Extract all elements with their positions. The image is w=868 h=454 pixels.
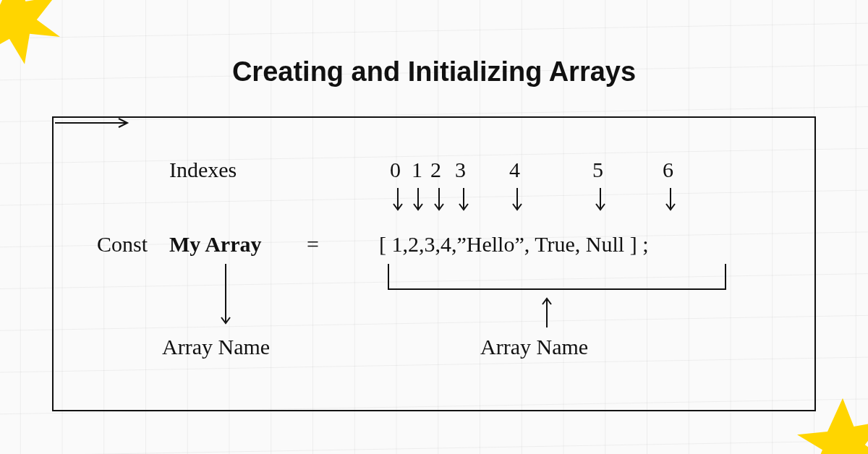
arrow-down-icon <box>412 187 424 214</box>
arrow-down-icon <box>458 187 469 214</box>
svg-marker-0 <box>0 0 60 64</box>
diagram-panel: Indexes 0 1 2 3 4 5 6 Const My Array = [… <box>52 116 816 411</box>
array-literal: [ 1,2,3,4,”Hello”, True, Null ] ; <box>379 232 648 257</box>
arrow-down-icon <box>511 187 523 214</box>
index-value: 6 <box>663 158 673 182</box>
indexes-label: Indexes <box>169 158 237 182</box>
index-value: 4 <box>509 158 520 182</box>
array-name-text: My Array <box>169 232 261 257</box>
arrow-down-icon <box>595 187 606 214</box>
index-value: 2 <box>430 158 441 182</box>
arrow-down-icon <box>220 262 231 327</box>
arrow-down-icon <box>665 187 676 214</box>
index-value: 3 <box>455 158 466 182</box>
const-keyword: Const <box>97 232 148 257</box>
content-bracket <box>388 264 726 290</box>
array-content-label: Array Name <box>480 335 588 359</box>
page-title: Creating and Initializing Arrays <box>0 56 868 87</box>
index-value: 5 <box>592 158 603 182</box>
equals-sign: = <box>307 232 319 257</box>
arrow-down-icon <box>392 187 404 214</box>
index-value: 1 <box>412 158 422 182</box>
arrow-up-icon <box>541 296 553 329</box>
index-value: 0 <box>390 158 401 182</box>
array-name-label: Array Name <box>162 335 270 359</box>
arrow-down-icon <box>433 187 445 214</box>
arrow-right-icon <box>54 118 133 128</box>
